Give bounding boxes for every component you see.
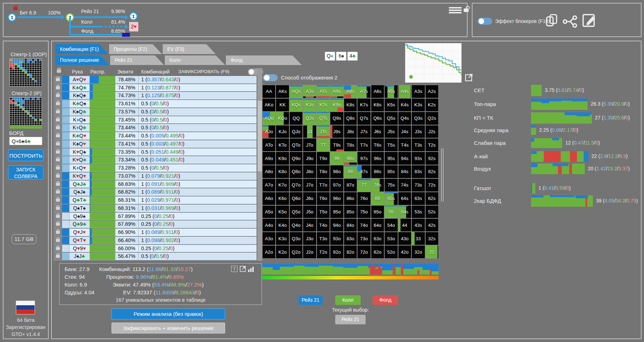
row-lock-cell[interactable]	[54, 205, 62, 212]
matrix-cell-Q2o[interactable]: Q2o	[290, 246, 302, 258]
matrix-cell-K5o[interactable]: K5o	[276, 206, 289, 218]
matrix-cell-55[interactable]: 55	[385, 206, 397, 218]
matrix-cell-87o[interactable]: 87o	[344, 179, 357, 191]
matrix-cell-T3o[interactable]: T3o	[317, 232, 330, 245]
matrix-cell-73o[interactable]: 73o	[357, 232, 370, 245]
table-row[interactable]: K♣Q♥73.44%0.5 (0.005/0.495/0)	[54, 132, 257, 140]
matrix-cell-T5s[interactable]: T5s	[385, 138, 397, 151]
matrix-cell-AA[interactable]: AA	[263, 85, 275, 98]
matrix-cell-J3s[interactable]: J3s	[412, 125, 425, 138]
matrix-cell-22[interactable]: 22	[426, 246, 438, 258]
row-lock-cell[interactable]	[54, 100, 62, 107]
matrix-cell-J7s[interactable]: J7s	[357, 125, 370, 138]
build-button[interactable]: ПОСТРОИТЬ	[8, 149, 43, 161]
lock-icon[interactable]	[56, 151, 60, 153]
matrix-cell-J2o[interactable]: J2o	[303, 246, 316, 258]
branch-call-label[interactable]: Колл	[81, 19, 92, 25]
row-lock-cell[interactable]	[54, 172, 62, 180]
row-lock-cell[interactable]	[54, 196, 62, 204]
matrix-cell-Q3o[interactable]: Q3o	[290, 232, 302, 245]
matrix-cell-AJs[interactable]: AJs	[303, 85, 316, 98]
lock-icon[interactable]	[56, 175, 60, 177]
matrix-cell-AQs[interactable]: AQs	[290, 85, 302, 98]
matrix-cell-K6o[interactable]: K6o	[276, 192, 289, 205]
matrix-cell-Q3s[interactable]: Q3s	[412, 112, 425, 125]
row-lock-cell[interactable]	[54, 76, 62, 83]
lock-icon[interactable]	[56, 215, 60, 218]
matrix-cell-K2s[interactable]: K2s	[426, 99, 438, 111]
expand-summary-icon[interactable]	[240, 266, 246, 272]
chart-icon[interactable]	[248, 266, 255, 272]
matrix-cell-52o[interactable]: 52o	[385, 246, 397, 258]
matrix-cell-75s[interactable]: 75s	[385, 179, 397, 191]
matrix-cell-74o[interactable]: 74o	[357, 219, 370, 231]
matrix-cell-93o[interactable]: 93o	[330, 232, 343, 245]
matrix-cell-33[interactable]: 33	[412, 232, 425, 245]
matrix-cell-53o[interactable]: 53o	[385, 232, 397, 245]
lock-icon[interactable]	[56, 110, 60, 113]
matrix-cell-K9o[interactable]: K9o	[276, 152, 289, 165]
matrix-cell-72o[interactable]: 72o	[357, 246, 370, 258]
matrix-cell-Q5s[interactable]: Q5s	[385, 112, 397, 125]
tree-view-icon[interactable]	[562, 15, 578, 28]
tab-view-2[interactable]: Проценты (F2)	[109, 44, 162, 54]
matrix-cell-ATo[interactable]: ATo	[263, 138, 275, 151]
matrix-cell-84o[interactable]: 84o	[344, 219, 357, 231]
current-choice-button[interactable]: Рейз 21	[335, 315, 366, 324]
matrix-cell-A3s[interactable]: A3s	[412, 85, 425, 98]
action-button-3[interactable]: Фолд	[373, 295, 398, 305]
lock-icon[interactable]	[56, 118, 60, 121]
splitter-handle[interactable]	[441, 148, 444, 201]
table-row[interactable]: A♥Q♥78.48%1 (0.357/0.643/0)	[54, 76, 257, 84]
matrix-cell-K8o[interactable]: K8o	[276, 165, 289, 178]
matrix-cell-99[interactable]: 99	[330, 152, 343, 165]
matrix-cell-87s[interactable]: 87s	[357, 165, 370, 178]
matrix-cell-Q7o[interactable]: Q7o	[290, 179, 302, 191]
matrix-cell-ATs[interactable]: ATs	[317, 85, 330, 98]
matrix-cell-J4o[interactable]: J4o	[303, 219, 316, 231]
row-lock-cell[interactable]	[54, 140, 62, 148]
matrix-cell-43s[interactable]: 43s	[412, 219, 425, 231]
blockers-toggle[interactable]	[477, 18, 492, 25]
matrix-cell-J2s[interactable]: J2s	[426, 125, 438, 138]
lock-icon[interactable]	[56, 94, 60, 97]
matrix-cell-KTs[interactable]: KTs	[317, 99, 330, 111]
lock-icon[interactable]	[56, 183, 60, 185]
table-row[interactable]: K♠Q♠74.73%1 (0.125/0.875/0)	[54, 92, 257, 100]
tab-view-1[interactable]: Комбинации (F1)	[55, 44, 108, 54]
matrix-cell-96s[interactable]: 96s	[371, 152, 384, 165]
matrix-cell-T3s[interactable]: T3s	[412, 138, 425, 151]
matrix-cell-K7o[interactable]: K7o	[276, 179, 289, 191]
row-lock-cell[interactable]	[54, 237, 62, 244]
row-lock-cell[interactable]	[54, 245, 62, 252]
table-row[interactable]: K♠Q♣73.57%0.5 (0/0.5/0)	[54, 108, 257, 116]
lock-icon[interactable]	[56, 190, 60, 193]
matrix-cell-QJo[interactable]: QJo	[290, 125, 302, 138]
matrix-cell-77[interactable]: 77	[357, 179, 370, 191]
matrix-cell-97o[interactable]: 97o	[330, 179, 343, 191]
row-lock-cell[interactable]	[54, 229, 62, 236]
fix-edit-button[interactable]: Зафиксировать + изменить решение	[112, 323, 225, 334]
matrix-cell-K3o[interactable]: K3o	[276, 232, 289, 245]
table-row[interactable]: Q♠9♠67.89%0.25 (0/0.25/0)	[54, 213, 257, 220]
lock-icon[interactable]	[56, 255, 60, 258]
matrix-cell-A4o[interactable]: A4o	[263, 219, 275, 231]
matrix-cell-AKo[interactable]: AKo	[263, 99, 275, 111]
matrix-cell-53s[interactable]: 53s	[412, 206, 425, 218]
matrix-cell-A3o[interactable]: A3o	[263, 232, 275, 245]
row-lock-cell[interactable]	[54, 213, 62, 220]
matrix-cell-T6s[interactable]: T6s	[371, 138, 384, 151]
equity-graph[interactable]	[405, 43, 462, 83]
matrix-cell-J5o[interactable]: J5o	[303, 206, 316, 218]
matrix-cell-98s[interactable]: 98s	[344, 152, 357, 165]
col-equity[interactable]: Эквити	[117, 69, 133, 75]
lock-icon[interactable]	[56, 247, 60, 250]
table-row[interactable]: Q♠J♠68.82%1 (0.089/0.911/0)	[54, 188, 257, 196]
matrix-cell-J6o[interactable]: J6o	[303, 192, 316, 205]
table-row[interactable]: K♦Q♠73.45%0.5 (0/0.5/0)	[54, 116, 257, 124]
tab-action-3[interactable]: Колл	[165, 55, 225, 65]
matrix-cell-Q2s[interactable]: Q2s	[426, 112, 438, 125]
edit-icon[interactable]	[581, 12, 597, 28]
lock-icon[interactable]	[56, 158, 60, 161]
tab-action-2[interactable]: Рейз 21	[110, 55, 164, 65]
